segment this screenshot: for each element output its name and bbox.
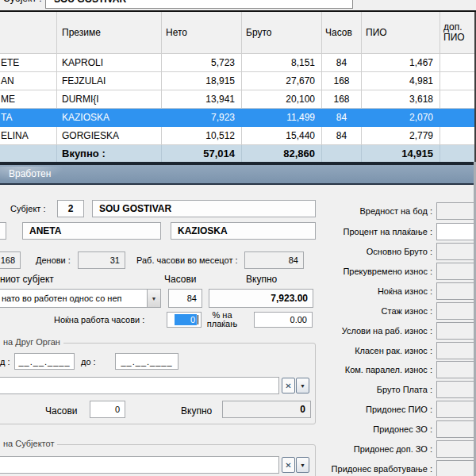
night-hours-input[interactable]: 0 <box>167 312 202 328</box>
cell-first-name: AN <box>0 72 57 90</box>
table-row[interactable]: ME DURMI{I 13,941 20,100 168 3,618 <box>0 90 476 109</box>
employment-hours-field[interactable]: 84 <box>168 289 202 308</box>
total-label: Вкупно : <box>57 145 162 162</box>
cell-pio: 2,779 <box>362 127 440 145</box>
percent-pay-field[interactable]: 0.00 <box>254 312 313 328</box>
header-pio: ПИО <box>362 12 440 54</box>
value-field <box>436 361 476 378</box>
last-name-field[interactable]: KAZIOSKA <box>171 222 316 240</box>
grid-header-row: Презиме Нето Бруто Часов ПИО доп. ПИО <box>0 12 476 54</box>
value-field <box>436 243 476 260</box>
value-label: Придонес вработување : <box>332 464 432 474</box>
value-label: Услови на раб. износ : <box>342 326 432 336</box>
cell-dop-pio <box>440 127 476 145</box>
value-field <box>436 460 476 476</box>
cell-dop-pio <box>440 72 476 90</box>
subject-group-label: на Субјектот <box>0 439 57 448</box>
cell-first-name: ME <box>0 90 57 109</box>
value-field <box>436 202 476 220</box>
table-row[interactable]: AN FEJZULAI 18,915 27,670 168 4,981 <box>0 72 476 90</box>
date-from-input[interactable]: __.__.____ <box>14 353 75 370</box>
other-organ-total-field: 0 <box>222 401 311 418</box>
employee-form: Субјект : 2 SOU GOSTIVAR ANETA KAZIOSKA … <box>0 185 476 476</box>
cell-net: 10,512 <box>162 127 242 145</box>
value-field <box>436 302 476 320</box>
employment-total-field[interactable]: 7,923.00 <box>209 289 313 308</box>
table-row[interactable]: ETE KAPROLI 5,723 8,151 84 1,467 <box>0 54 476 72</box>
cell-pio: 2,070 <box>362 109 440 127</box>
cell-net: 7,923 <box>162 109 242 127</box>
value-label: Придонес ЗО : <box>373 424 432 434</box>
cell-hours: 168 <box>322 72 362 90</box>
days-label: Денови : <box>36 255 71 265</box>
value-field <box>436 322 476 340</box>
cell-surname: DURMI{I <box>57 90 162 109</box>
table-row-selected[interactable]: TA KAZIOSKA 7,923 11,499 84 2,070 <box>0 109 476 127</box>
cell-net: 18,915 <box>162 72 242 90</box>
employee-section-title: Вработен <box>0 167 65 182</box>
other-organ-group-label: на Друг Орган <box>0 337 63 347</box>
total-gross: 82,860 <box>242 145 322 162</box>
close-icon: ✕ <box>285 382 291 390</box>
value-label: Класен рак. износ : <box>355 346 432 355</box>
clear-button[interactable]: ✕ <box>282 378 295 393</box>
total-net: 57,014 <box>162 145 242 162</box>
clear-button[interactable]: ✕ <box>282 457 295 473</box>
first-name-field[interactable]: ANETA <box>22 222 161 240</box>
value-field <box>436 282 476 300</box>
cell-pio: 1,467 <box>362 54 440 72</box>
cell-first-name: ETE <box>0 54 57 72</box>
work-hours-label: Раб. часови во месецот : <box>136 255 238 265</box>
date-to-label: до : <box>81 357 96 367</box>
other-organ-dropdown-button[interactable]: ▼ <box>296 378 309 393</box>
top-subject-label: Субјект : <box>3 0 42 4</box>
cell-gross: 8,151 <box>242 54 322 72</box>
employees-grid: Презиме Нето Бруто Часов ПИО доп. ПИО ET… <box>0 12 476 162</box>
header-dop-pio: доп. ПИО <box>440 12 476 54</box>
cell-dop-pio <box>440 90 476 109</box>
top-subject-bar: Субјект : SOU GOSTIVAR <box>0 0 476 10</box>
cell-first-name: ELINA <box>0 127 57 145</box>
table-row[interactable]: ELINA GORGIESKA 10,512 15,440 84 2,779 <box>0 127 476 145</box>
value-label: Прекувремено износ : <box>343 267 432 276</box>
other-organ-total-label: Вкупно <box>181 405 212 416</box>
chevron-down-icon: ▼ <box>300 463 305 468</box>
subject-combobox[interactable] <box>0 456 279 474</box>
subject-name-field[interactable]: SOU GOSTIVAR <box>92 200 316 217</box>
cell-net: 13,941 <box>162 90 242 109</box>
total-pio: 14,915 <box>362 145 440 162</box>
subject-dropdown-button[interactable]: ▼ <box>296 457 309 473</box>
cell-surname: FEJZULAI <box>57 72 162 90</box>
employment-type-combobox[interactable]: нато во работен однос со неп ▼ <box>0 289 161 308</box>
other-organ-combobox[interactable] <box>0 377 279 394</box>
employee-section-titlebar: Вработен <box>0 165 476 185</box>
close-icon: ✕ <box>285 461 291 470</box>
cell-gross: 15,440 <box>242 127 322 145</box>
hours-column-caption: Часови <box>164 274 197 285</box>
chevron-down-icon[interactable]: ▼ <box>147 290 160 307</box>
payroll-app-window: Субјект : SOU GOSTIVAR Презиме Нето Брут… <box>0 0 476 476</box>
header-first-name <box>0 12 57 54</box>
cell-first-name: TA <box>0 109 57 127</box>
top-subject-field[interactable]: SOU GOSTIVAR <box>45 0 353 9</box>
days-field: 31 <box>78 251 125 269</box>
cell-pio: 3,618 <box>362 90 440 109</box>
subject-label: Субјект : <box>10 204 46 213</box>
cell-hours: 168 <box>322 90 362 109</box>
hours-168-field: 168 <box>0 251 21 269</box>
header-net: Нето <box>162 12 242 54</box>
other-organ-hours-field[interactable]: 0 <box>90 401 125 418</box>
value-field[interactable] <box>436 223 476 240</box>
cut-field-left <box>0 222 6 240</box>
subject-code-field[interactable]: 2 <box>57 200 84 217</box>
date-from-label: д : <box>0 357 10 367</box>
value-label: Ноќна износ : <box>378 286 432 296</box>
cell-hours: 84 <box>322 54 362 72</box>
cell-hours: 84 <box>322 127 362 145</box>
cell-dop-pio <box>440 109 476 127</box>
value-label: Бруто Плата : <box>377 385 432 394</box>
value-label: Ком. паралел. износ : <box>345 365 432 374</box>
header-hours: Часов <box>322 12 362 54</box>
cell-surname: GORGIESKA <box>57 127 162 145</box>
date-to-input[interactable]: __.__.____ <box>115 353 178 370</box>
